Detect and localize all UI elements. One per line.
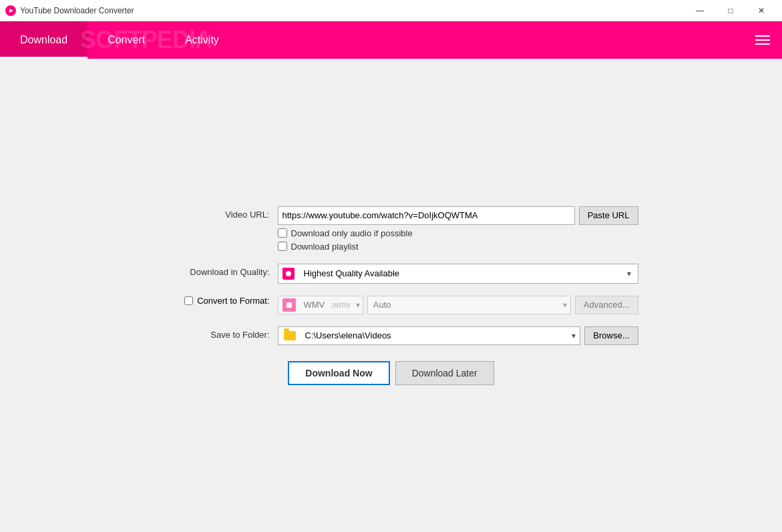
quality-row: Download in Quality: Highest Quality Ava… (144, 264, 638, 284)
hamburger-line-3 (755, 43, 770, 45)
download-playlist-label: Download playlist (291, 242, 359, 252)
main-content: Video URL: Paste URL Download only audio… (0, 59, 782, 532)
folder-icon (284, 331, 296, 340)
hamburger-line-2 (755, 39, 770, 41)
download-form: Video URL: Paste URL Download only audio… (144, 206, 638, 385)
paste-url-button[interactable]: Paste URL (579, 206, 638, 225)
window-title: YouTube Downloader Converter (20, 6, 685, 15)
convert-row: Convert to Format: WMV MP4 AVI MKV (144, 296, 638, 314)
format-icon (282, 298, 296, 312)
save-folder-label: Save to Folder: (144, 326, 278, 340)
convert-controls: WMV MP4 AVI MKV .wmv ▾ Auto 128 kbps (278, 296, 638, 314)
video-url-label: Video URL: (144, 206, 278, 220)
video-url-controls: Paste URL Download only audio if possibl… (278, 206, 638, 252)
download-audio-label: Download only audio if possible (291, 228, 413, 238)
minimize-button[interactable]: — (685, 0, 715, 21)
quality-icon (282, 268, 295, 280)
quality-label: Download in Quality: (144, 264, 278, 277)
tab-convert-label: Convert (108, 34, 145, 46)
action-buttons: Download Now Download Later (144, 361, 638, 385)
format-ext: .wmv (331, 300, 353, 310)
convert-checkbox[interactable] (184, 296, 193, 305)
app-icon (5, 5, 16, 16)
format-select-wrapper: WMV MP4 AVI MKV .wmv ▾ (278, 296, 363, 314)
download-later-button[interactable]: Download Later (395, 361, 494, 385)
video-url-input[interactable] (278, 206, 575, 225)
quality-select[interactable]: Highest Quality Available 1080p 720p 480… (300, 265, 634, 282)
hamburger-line-1 (755, 35, 770, 37)
download-audio-row: Download only audio if possible (278, 228, 638, 238)
tab-download-label: Download (20, 34, 67, 46)
close-button[interactable]: ✕ (746, 0, 777, 21)
folder-select-wrapper: C:\Users\elena\Videos C:\Users\elena\Des… (278, 326, 581, 345)
save-folder-row: Save to Folder: C:\Users\elena\Videos C:… (144, 326, 638, 345)
format-select[interactable]: WMV MP4 AVI MKV (300, 296, 331, 314)
nav-bar: Download Convert SOFTPEDIA Activity (0, 21, 782, 59)
download-playlist-checkbox[interactable] (278, 242, 287, 251)
tab-convert[interactable]: Convert (87, 21, 165, 59)
quality-controls: Highest Quality Available 1080p 720p 480… (278, 264, 638, 284)
advanced-button[interactable]: Advanced... (575, 296, 638, 314)
tab-activity[interactable]: Activity (165, 21, 239, 59)
download-now-button[interactable]: Download Now (288, 361, 389, 385)
convert-label-wrapper: Convert to Format: (144, 296, 278, 306)
maximize-button[interactable]: □ (715, 0, 746, 21)
video-url-row: Video URL: Paste URL Download only audio… (144, 206, 638, 252)
window-controls: — □ ✕ (685, 0, 777, 21)
menu-button[interactable] (746, 21, 779, 59)
folder-path-select[interactable]: C:\Users\elena\Videos C:\Users\elena\Des… (301, 326, 580, 345)
download-audio-checkbox[interactable] (278, 228, 287, 238)
save-folder-controls: C:\Users\elena\Videos C:\Users\elena\Des… (278, 326, 638, 345)
tab-activity-label: Activity (185, 34, 219, 46)
audio-quality-select[interactable]: Auto 128 kbps 192 kbps 256 kbps 320 kbps (367, 296, 571, 314)
title-bar: YouTube Downloader Converter — □ ✕ (0, 0, 782, 21)
download-playlist-row: Download playlist (278, 242, 638, 252)
tab-download[interactable]: Download (0, 21, 87, 59)
format-dropdown-arrow: ▾ (353, 300, 363, 310)
convert-label: Convert to Format: (197, 296, 269, 306)
browse-button[interactable]: Browse... (584, 326, 638, 345)
